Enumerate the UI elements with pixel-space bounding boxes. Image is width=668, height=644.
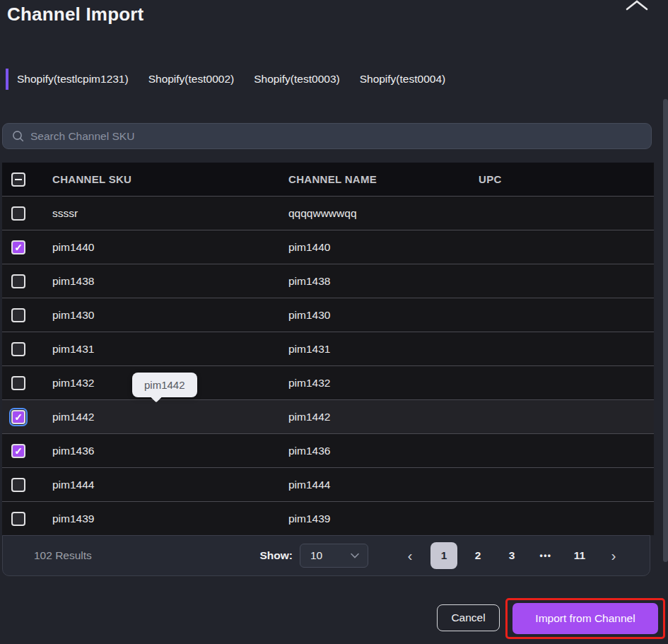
- row-checkbox[interactable]: [11, 512, 25, 526]
- row-checkbox[interactable]: [11, 308, 25, 322]
- search-bar: [2, 123, 652, 149]
- channel-tab[interactable]: Shopify(testlcpim1231): [6, 69, 129, 90]
- cell-channel-name: pim1439: [288, 513, 479, 525]
- checkbox-cell: ✓: [2, 444, 52, 458]
- cell-channel-sku: pim1430: [52, 309, 288, 322]
- page-button[interactable]: 1: [430, 542, 457, 569]
- row-checkbox[interactable]: ✓: [11, 240, 25, 254]
- column-header-upc: UPC: [479, 173, 654, 185]
- checkbox-cell: [2, 342, 52, 356]
- cell-channel-name: pim1440: [288, 241, 479, 254]
- indeterminate-dash-icon: [15, 179, 22, 180]
- chevron-down-icon: [351, 553, 359, 558]
- import-from-channel-button[interactable]: Import from Channel: [512, 603, 658, 634]
- pagination: ‹ 123•••11 ›: [397, 542, 627, 569]
- checkbox-cell: [2, 376, 52, 390]
- show-label: Show:: [260, 549, 293, 562]
- channel-tab[interactable]: Shopify(test0002): [148, 69, 235, 90]
- cell-channel-name: pim1438: [288, 275, 479, 288]
- page-button[interactable]: 3: [498, 542, 525, 569]
- table-row[interactable]: pim1432pim1432: [2, 365, 654, 399]
- cell-channel-name: pim1444: [288, 479, 479, 491]
- annotation-highlight-box: Import from Channel: [505, 598, 665, 639]
- row-checkbox[interactable]: ✓: [11, 444, 25, 458]
- row-checkbox[interactable]: [11, 478, 25, 492]
- checkmark-icon: ✓: [14, 412, 23, 422]
- table-row[interactable]: ✓pim1436pim1436: [2, 433, 654, 467]
- cancel-button[interactable]: Cancel: [437, 604, 500, 631]
- table-row[interactable]: pim1439pim1439: [2, 501, 654, 535]
- row-checkbox[interactable]: [11, 274, 25, 288]
- table-row[interactable]: pim1431pim1431: [2, 332, 654, 365]
- table-row[interactable]: pim1444pim1444: [2, 467, 654, 501]
- page-button[interactable]: 2: [464, 542, 491, 569]
- cell-channel-name: pim1442: [288, 411, 479, 423]
- checkbox-cell: [2, 478, 52, 492]
- cell-channel-sku: pim1444: [52, 479, 288, 491]
- cell-channel-sku: ssssr: [52, 207, 288, 220]
- row-checkbox[interactable]: [11, 206, 25, 221]
- channel-tab[interactable]: Shopify(test0003): [254, 69, 340, 90]
- channel-tab[interactable]: Shopify(test0004): [360, 69, 446, 90]
- row-checkbox[interactable]: [11, 342, 25, 356]
- table-footer: 102 Results Show: 10 ‹ 123•••11 ›: [2, 535, 650, 576]
- cell-channel-sku: pim1439: [52, 513, 288, 525]
- checkbox-cell: [2, 512, 52, 526]
- checkbox-cell: [2, 274, 52, 288]
- select-all-cell: [2, 172, 52, 187]
- page-next-button[interactable]: ›: [600, 542, 627, 569]
- results-count: 102 Results: [34, 549, 92, 562]
- channel-sku-table: CHANNEL SKU CHANNEL NAME UPC ssssrqqqqww…: [2, 163, 654, 535]
- row-checkbox[interactable]: ✓: [11, 410, 25, 424]
- cell-channel-sku: pim1431: [52, 343, 288, 356]
- page-size-value: 10: [310, 549, 322, 562]
- page-size-select[interactable]: 10: [300, 544, 368, 568]
- page-ellipsis[interactable]: •••: [532, 542, 559, 569]
- checkbox-cell: ✓: [2, 410, 52, 424]
- cell-channel-sku: pim1436: [52, 445, 288, 457]
- channel-import-modal: Channel Import Shopify(testlcpim1231)Sho…: [0, 0, 668, 644]
- cell-channel-name: pim1432: [288, 377, 479, 390]
- row-checkbox[interactable]: [11, 376, 25, 390]
- select-all-checkbox[interactable]: [11, 172, 25, 187]
- search-input[interactable]: [30, 130, 642, 143]
- checkbox-cell: ✓: [2, 240, 52, 254]
- table-row[interactable]: ✓pim1442pim1442: [2, 399, 654, 433]
- checkbox-cell: [2, 206, 52, 221]
- checkmark-icon: ✓: [14, 446, 23, 456]
- page-prev-button[interactable]: ‹: [397, 542, 423, 569]
- checkbox-cell: [2, 308, 52, 322]
- table-row[interactable]: ssssrqqqqwwwwqq: [2, 196, 654, 230]
- search-icon: [12, 130, 24, 142]
- scrollbar-thumb[interactable]: [663, 99, 668, 562]
- cell-channel-sku: pim1438: [52, 275, 288, 288]
- page-button[interactable]: 11: [566, 542, 593, 569]
- table-header: CHANNEL SKU CHANNEL NAME UPC: [2, 163, 654, 196]
- column-header-channel-sku: CHANNEL SKU: [52, 173, 288, 185]
- table-row[interactable]: pim1438pim1438: [2, 264, 654, 298]
- tooltip: pim1442: [132, 373, 197, 397]
- table-row[interactable]: ✓pim1440pim1440: [2, 230, 654, 264]
- cell-channel-name: qqqqwwwwqq: [288, 207, 479, 220]
- cell-channel-name: pim1436: [288, 445, 479, 457]
- close-icon[interactable]: [626, 0, 648, 11]
- cell-channel-sku: pim1440: [52, 241, 288, 254]
- channel-tabs: Shopify(testlcpim1231)Shopify(test0002)S…: [6, 69, 445, 90]
- cell-channel-sku: pim1442: [52, 411, 288, 423]
- column-header-channel-name: CHANNEL NAME: [288, 173, 479, 185]
- cell-channel-name: pim1430: [288, 309, 479, 322]
- table-body: ssssrqqqqwwwwqq✓pim1440pim1440pim1438pim…: [2, 196, 654, 535]
- cell-channel-name: pim1431: [288, 343, 479, 356]
- tooltip-text: pim1442: [144, 379, 185, 391]
- table-row[interactable]: pim1430pim1430: [2, 298, 654, 332]
- checkmark-icon: ✓: [14, 242, 23, 252]
- page-title: Channel Import: [7, 4, 143, 25]
